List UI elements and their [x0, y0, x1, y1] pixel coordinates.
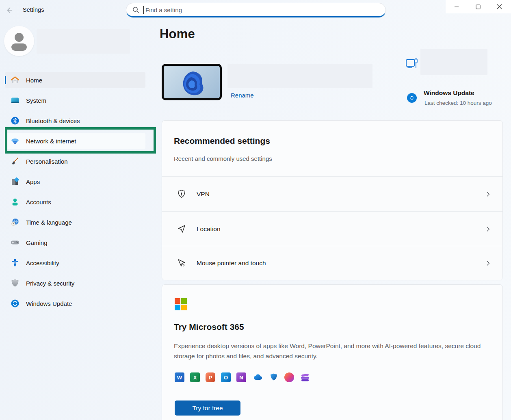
sidebar-item-personalisation[interactable]: Personalisation: [5, 153, 145, 169]
setting-row-location[interactable]: Location: [162, 211, 502, 246]
gamepad-icon: [10, 238, 20, 247]
maximize-button[interactable]: [467, 0, 489, 13]
network-name-placeholder: [420, 49, 487, 75]
chevron-right-icon: [485, 226, 491, 232]
mouse-pointer-icon: [176, 258, 187, 268]
sidebar-item-label: Network & internet: [26, 138, 76, 145]
windows-bloom-wallpaper: [164, 66, 220, 98]
chevron-right-icon: [485, 191, 491, 197]
device-thumbnail: [162, 64, 222, 100]
apps-icon: [10, 177, 20, 186]
sidebar-item-apps[interactable]: Apps: [5, 173, 145, 190]
sidebar-item-label: Gaming: [26, 239, 48, 246]
setting-row-vpn[interactable]: VPN: [162, 176, 502, 211]
onedrive-icon: [252, 372, 263, 382]
wifi-icon: [10, 136, 20, 146]
system-icon: [10, 95, 20, 105]
paintbrush-icon: [10, 156, 20, 166]
recommended-settings-card: Recommended settings Recent and commonly…: [162, 120, 503, 280]
home-icon: [10, 75, 20, 85]
vpn-shield-icon: [176, 189, 187, 199]
sidebar-item-windows-update[interactable]: Windows Update: [5, 295, 145, 312]
bluetooth-icon: [10, 116, 20, 126]
page-title: Home: [160, 27, 195, 41]
m365-title: Try Microsoft 365: [174, 322, 244, 332]
sidebar-item-privacy[interactable]: Privacy & security: [5, 275, 145, 291]
sidebar-item-home[interactable]: Home: [5, 72, 145, 88]
chevron-right-icon: [485, 260, 491, 266]
excel-icon: X: [190, 372, 200, 382]
person-silhouette-icon: [4, 26, 34, 56]
sidebar-item-label: Personalisation: [26, 158, 68, 165]
sidebar-item-label: System: [26, 97, 46, 104]
setting-row-label: VPN: [197, 191, 476, 198]
sidebar-item-bluetooth[interactable]: Bluetooth & devices: [5, 113, 145, 129]
onenote-icon: N: [236, 372, 246, 382]
connected-device-icon: [405, 58, 418, 72]
minimize-button[interactable]: [446, 0, 467, 13]
sidebar-item-accessibility[interactable]: Accessibility: [5, 255, 145, 271]
accessibility-person-icon: [10, 258, 20, 268]
m365-description: Experience desktop versions of apps like…: [174, 341, 483, 361]
sidebar-item-time-language[interactable]: Time & language: [5, 214, 145, 230]
sidebar-item-gaming[interactable]: Gaming: [5, 234, 145, 251]
sidebar-item-label: Privacy & security: [26, 280, 74, 287]
designer-icon: [284, 372, 294, 382]
search-input[interactable]: [144, 6, 385, 13]
sidebar-item-accounts[interactable]: Accounts: [5, 194, 145, 210]
microsoft-365-card: Try Microsoft 365 Experience desktop ver…: [162, 284, 503, 420]
outlook-icon: O: [221, 372, 231, 382]
close-button[interactable]: [489, 0, 510, 13]
sidebar-item-system[interactable]: System: [5, 92, 145, 108]
location-arrow-icon: [176, 224, 187, 234]
rename-link[interactable]: Rename: [231, 92, 254, 99]
shield-icon: [10, 278, 20, 288]
windows-update-icon: [10, 299, 20, 308]
sidebar-item-label: Bluetooth & devices: [26, 117, 80, 124]
m365-app-icons: W X P O N: [175, 372, 310, 382]
setting-row-mouse-pointer[interactable]: Mouse pointer and touch: [162, 246, 502, 280]
windows-update-status-title[interactable]: Windows Update: [424, 89, 474, 97]
sidebar-item-label: Accounts: [26, 199, 51, 206]
windows-update-last-checked: Last checked: 10 hours ago: [424, 100, 492, 106]
window-controls: [446, 0, 511, 13]
back-button[interactable]: [4, 5, 14, 15]
setting-row-label: Mouse pointer and touch: [197, 260, 476, 267]
close-icon: [497, 4, 502, 9]
device-name-placeholder: [227, 64, 372, 88]
clipchamp-icon: [300, 372, 310, 382]
search-box[interactable]: [126, 3, 386, 17]
back-arrow-icon: [5, 6, 13, 14]
globe-clock-icon: [10, 217, 20, 227]
user-avatar[interactable]: [4, 26, 34, 56]
app-title: Settings: [23, 6, 44, 13]
sidebar-item-label: Apps: [26, 178, 40, 185]
setting-row-label: Location: [197, 225, 476, 233]
windows-update-status-icon: [407, 93, 417, 103]
try-for-free-button[interactable]: Try for free: [175, 401, 240, 416]
sidebar-item-label: Windows Update: [26, 300, 72, 307]
microsoft-logo-icon: [175, 298, 490, 310]
maximize-icon: [476, 4, 481, 9]
user-name-placeholder: [37, 29, 130, 54]
minimize-icon: [454, 4, 459, 9]
recommended-settings-subtitle: Recent and commonly used settings: [174, 155, 272, 162]
sidebar-item-label: Accessibility: [26, 260, 59, 266]
sidebar-item-network[interactable]: Network & internet: [5, 133, 145, 149]
sidebar-item-label: Time & language: [26, 219, 72, 226]
word-icon: W: [175, 372, 184, 382]
account-person-icon: [10, 197, 20, 207]
powerpoint-icon: P: [206, 372, 215, 382]
recommended-settings-title: Recommended settings: [174, 136, 270, 146]
sidebar-item-label: Home: [26, 77, 42, 84]
search-icon: [132, 6, 139, 13]
defender-icon: [269, 372, 279, 382]
